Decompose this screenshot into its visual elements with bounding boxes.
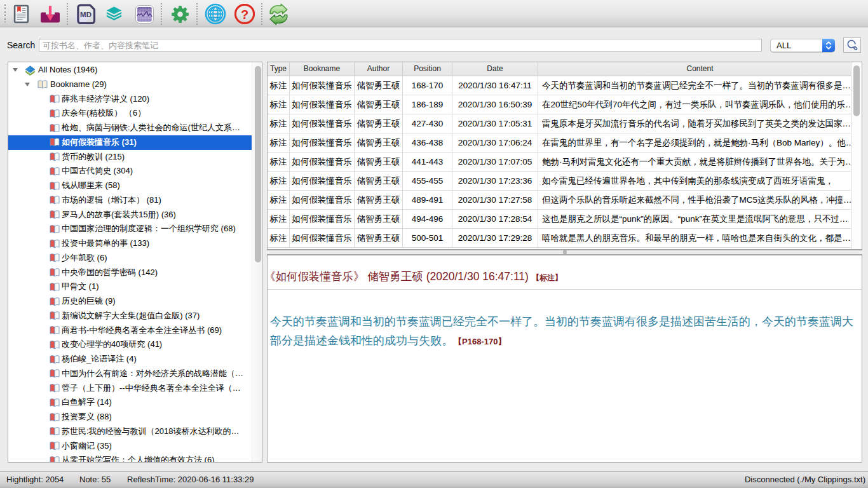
tree-item-label: 庆余年(精校版） （6） <box>62 106 261 121</box>
filter-select[interactable]: ALL <box>770 39 835 52</box>
book-tree: All Notes (1946) Bookname (29) 薛兆丰经济学讲义 … <box>8 62 262 463</box>
settings-gear-button[interactable] <box>171 5 189 25</box>
tree-item-book[interactable]: 杨伯峻_论语译注 (4) <box>8 352 262 367</box>
help-button[interactable]: ? <box>234 4 255 26</box>
table-cell: 2020/1/30 17:23:36 <box>452 172 538 190</box>
disclosure-triangle-icon[interactable] <box>25 83 30 86</box>
tree-item-bookname[interactable]: Bookname (29) <box>8 78 262 92</box>
table-row[interactable]: 标注如何假装懂音乐储智勇王硕489-4912020/1/30 17:27:58但… <box>268 191 862 210</box>
tree-item-book[interactable]: 罗马人的故事(套装共15册) (36) <box>8 208 262 222</box>
tree-item-book[interactable]: 小窗幽记 (35) <box>8 439 262 454</box>
book-icon <box>50 369 60 381</box>
tree-item-label: 杨伯峻_论语译注 (4) <box>62 352 261 367</box>
tree-item-label: 中国为什么有前途：对外经济关系的战略潜能（… <box>62 367 261 381</box>
table-row[interactable]: 标注如何假装懂音乐储智勇王硕427-4302020/1/30 17:05:31雷… <box>268 114 862 133</box>
tree-item-all-notes[interactable]: All Notes (1946) <box>8 63 262 78</box>
table-row[interactable]: 标注如何假装懂音乐储智勇王硕436-4382020/1/30 17:06:24在… <box>268 133 862 152</box>
table-row[interactable]: 标注如何假装懂音乐储智勇王硕168-1702020/1/30 16:47:11今… <box>268 76 862 95</box>
tree-item-book[interactable]: 如何假装懂音乐 (31) <box>8 135 262 150</box>
column-header-date[interactable]: Date <box>452 62 538 76</box>
tree-item-book[interactable]: 货币的教训 (215) <box>8 150 262 165</box>
tree-item-book[interactable]: 白鱼解字 (14) <box>8 395 262 410</box>
tree-item-book[interactable]: 中国古代简史 (304) <box>8 164 262 179</box>
tree-item-book[interactable]: 苏世民:我的经验与教训（2018读桥水达利欧的… <box>8 424 262 439</box>
table-cell: 2020/1/30 17:27:58 <box>452 191 538 209</box>
table-row[interactable]: 标注如何假装懂音乐储智勇王硕500-5012020/1/30 17:29:28嘻… <box>268 229 862 248</box>
tree-item-book[interactable]: 中国为什么有前途：对外经济关系的战略潜能（… <box>8 367 262 381</box>
table-cell: 2020/1/30 17:07:05 <box>452 152 538 171</box>
table-cell: 455-455 <box>403 172 452 190</box>
reader-notes-button[interactable] <box>13 4 29 25</box>
toolbar-separator <box>196 3 198 25</box>
table-row[interactable]: 标注如何假装懂音乐储智勇王硕186-1892020/1/30 16:50:39在… <box>268 95 862 114</box>
book-icon <box>50 282 60 294</box>
tree-item-label: 中国古代简史 (304) <box>62 164 261 179</box>
search-input[interactable] <box>39 39 762 51</box>
table-cell: 储智勇王硕 <box>355 210 403 228</box>
tree-item-book[interactable]: 少年凯歌 (6) <box>8 251 262 266</box>
column-header-position[interactable]: Position <box>403 62 452 76</box>
reader-notes-icon <box>13 4 29 24</box>
tree-scrollbar-thumb[interactable] <box>255 66 261 262</box>
tree-item-book[interactable]: 枪炮、病菌与钢铁:人类社会的命运(世纪人文系… <box>8 121 262 135</box>
table-cell: 2020/1/30 17:28:54 <box>452 210 538 228</box>
tree-item-label: 改变心理学的40项研究 (41) <box>62 337 261 352</box>
tree-item-book[interactable]: 管子（上下册）--中华经典名著全本全注全译（… <box>8 381 262 396</box>
column-header-content[interactable]: Content <box>538 62 862 76</box>
column-header-type[interactable]: Type <box>268 62 290 76</box>
tree-item-book[interactable]: 钱从哪里来 (58) <box>8 179 262 193</box>
search-button[interactable] <box>843 37 861 53</box>
book-icon <box>50 340 60 352</box>
tree-item-book[interactable]: 中央帝国的哲学密码 (142) <box>8 266 262 280</box>
table-cell: 如何假装懂音乐 <box>290 229 355 247</box>
detail-title-text: 《如何假装懂音乐》 储智勇王硕 (2020/1/30 16:47:11) <box>267 270 529 283</box>
table-scrollbar-thumb[interactable] <box>853 65 860 116</box>
tree-item-book[interactable]: 甲骨文 (1) <box>8 280 262 294</box>
table-cell: 标注 <box>268 229 290 247</box>
tree-item-book[interactable]: 新编说文解字大全集(超值白金版) (37) <box>8 309 262 323</box>
table-cell: 441-443 <box>403 152 452 171</box>
table-cell: 标注 <box>268 172 290 190</box>
export-markdown-button[interactable]: MD <box>74 3 98 27</box>
export-markdown-icon: MD <box>74 3 98 25</box>
tree-item-book[interactable]: 从零开始学写作：个人增值的有效方法 (6) <box>8 453 262 463</box>
table-row[interactable]: 标注如何假装懂音乐储智勇王硕455-4552020/1/30 17:23:36如… <box>268 172 862 191</box>
horizontal-splitter[interactable] <box>267 250 862 255</box>
column-header-bookname[interactable]: Bookname <box>290 62 355 76</box>
language-globe-button[interactable] <box>205 3 226 27</box>
table-cell: 489-491 <box>403 191 452 209</box>
detail-type-tag: 【标注】 <box>532 273 562 282</box>
tree-item-label: 投资要义 (88) <box>62 410 261 424</box>
tree-scrollbar-track[interactable] <box>252 62 262 462</box>
statistics-button[interactable] <box>135 5 154 25</box>
tree-item-book[interactable]: 历史的巨镜 (9) <box>8 294 262 309</box>
tree-item-book[interactable]: 投资要义 (88) <box>8 410 262 424</box>
disclosure-triangle-icon[interactable] <box>13 68 18 72</box>
tree-item-book[interactable]: 薛兆丰经济学讲义 (120) <box>8 92 262 107</box>
tree-item-book[interactable]: 投资中最简单的事 (133) <box>8 236 262 251</box>
table-row[interactable]: 标注如何假装懂音乐储智勇王硕494-4962020/1/30 17:28:54这… <box>268 210 862 229</box>
tree-item-label: 管子（上下册）--中华经典名著全本全注全译（… <box>62 381 261 396</box>
book-icon <box>50 224 60 236</box>
column-header-author[interactable]: Author <box>355 62 403 76</box>
export-layers-button[interactable] <box>106 6 122 24</box>
table-cell: 标注 <box>268 152 290 171</box>
book-icon <box>50 181 60 193</box>
book-icon <box>50 311 60 323</box>
table-row[interactable]: 标注如何假装懂音乐储智勇王硕441-4432020/1/30 17:07:05鲍… <box>268 152 862 172</box>
table-cell: 储智勇王硕 <box>355 76 403 95</box>
refresh-sync-button[interactable] <box>268 4 293 27</box>
table-scrollbar-track[interactable] <box>851 62 862 249</box>
table-cell: 如何假装懂音乐 <box>290 152 355 171</box>
tree-item-book[interactable]: 商君书-中华经典名著全本全注全译丛书 (69) <box>8 323 262 338</box>
status-highlight-count: Hightlight: 2054 <box>6 475 64 484</box>
tree-item-book[interactable]: 改变心理学的40项研究 (41) <box>8 337 262 352</box>
tree-item-book[interactable]: 中国国家治理的制度逻辑：一个组织学研究 (68) <box>8 222 262 236</box>
tree-item-book[interactable]: 庆余年(精校版） （6） <box>8 106 262 121</box>
tree-item-book[interactable]: 市场的逻辑（增订本） (81) <box>8 193 262 208</box>
table-cell: 在20世纪50年代到70年代之间，有过一类乐队，叫节奏蓝调乐队，他们使用的乐… <box>538 95 862 114</box>
tree-item-label: 白鱼解字 (14) <box>62 395 261 410</box>
book-icon <box>50 383 60 395</box>
toolbar-separator <box>261 3 262 25</box>
import-clippings-button[interactable] <box>40 5 60 25</box>
